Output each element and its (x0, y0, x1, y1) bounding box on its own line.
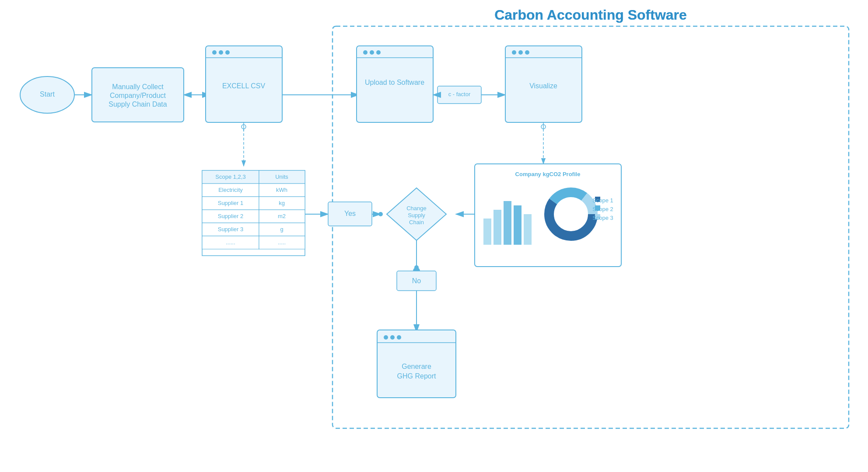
manually-collect-label: Manually Collect (112, 83, 164, 90)
svg-point-19 (512, 50, 516, 55)
svg-text:Supplier 1: Supplier 1 (218, 200, 244, 206)
svg-point-72 (384, 335, 388, 340)
svg-text:.....: ..... (278, 239, 286, 246)
svg-point-15 (376, 50, 381, 55)
svg-text:g: g (280, 226, 283, 233)
svg-text:Supplier 2: Supplier 2 (218, 213, 244, 219)
svg-point-13 (363, 50, 368, 55)
svg-point-14 (370, 50, 374, 55)
change-supply-chain-label1: Change (406, 205, 427, 212)
upload-software-label: Upload to Software (365, 79, 424, 86)
excell-csv-label: EXCELL CSV (222, 82, 265, 90)
svg-text:kg: kg (279, 200, 285, 206)
svg-rect-28 (504, 201, 511, 245)
svg-text:Scope 1,2,3: Scope 1,2,3 (215, 174, 245, 180)
svg-text:Scope 3: Scope 3 (592, 215, 613, 221)
svg-text:kWh: kWh (276, 187, 287, 193)
svg-text:Electricity: Electricity (218, 187, 243, 193)
svg-point-74 (397, 335, 401, 340)
svg-point-73 (390, 335, 395, 340)
svg-text:Supply Chain Data: Supply Chain Data (108, 101, 167, 108)
svg-rect-30 (524, 214, 532, 245)
visualize-label: Visualize (529, 82, 557, 90)
svg-point-21 (525, 50, 529, 55)
svg-point-77 (378, 212, 383, 216)
svg-text:Chain: Chain (409, 219, 424, 226)
svg-point-34 (559, 202, 583, 226)
svg-text:......: ...... (226, 239, 235, 246)
svg-text:Company/Product: Company/Product (110, 92, 166, 99)
svg-point-78 (414, 265, 419, 270)
svg-point-6 (219, 50, 223, 55)
svg-text:Supplier 3: Supplier 3 (218, 226, 244, 233)
start-label: Start (40, 90, 55, 98)
svg-rect-29 (514, 205, 522, 245)
svg-text:Scope 2: Scope 2 (592, 206, 613, 212)
svg-rect-27 (494, 210, 501, 245)
svg-text:Carbon Accounting Software: Carbon Accounting Software (494, 7, 687, 23)
generate-ghg-label1: Generare (402, 363, 431, 370)
yes-label: Yes (344, 210, 356, 217)
svg-point-7 (225, 50, 230, 55)
svg-text:Units: Units (275, 174, 288, 180)
svg-text:Supply: Supply (408, 212, 425, 219)
svg-text:GHG Report: GHG Report (397, 372, 436, 380)
company-profile-title: Company kgCO2 Profile (515, 171, 581, 177)
svg-point-20 (518, 50, 523, 55)
no-label: No (412, 277, 421, 285)
svg-point-5 (212, 50, 217, 55)
c-factor-label: c - factor (448, 91, 471, 97)
svg-text:Scope 1: Scope 1 (592, 197, 613, 204)
svg-text:m2: m2 (278, 213, 286, 219)
diagram-container: Carbon Accounting Software Carbon Accoun… (0, 0, 868, 472)
svg-rect-26 (483, 219, 491, 245)
